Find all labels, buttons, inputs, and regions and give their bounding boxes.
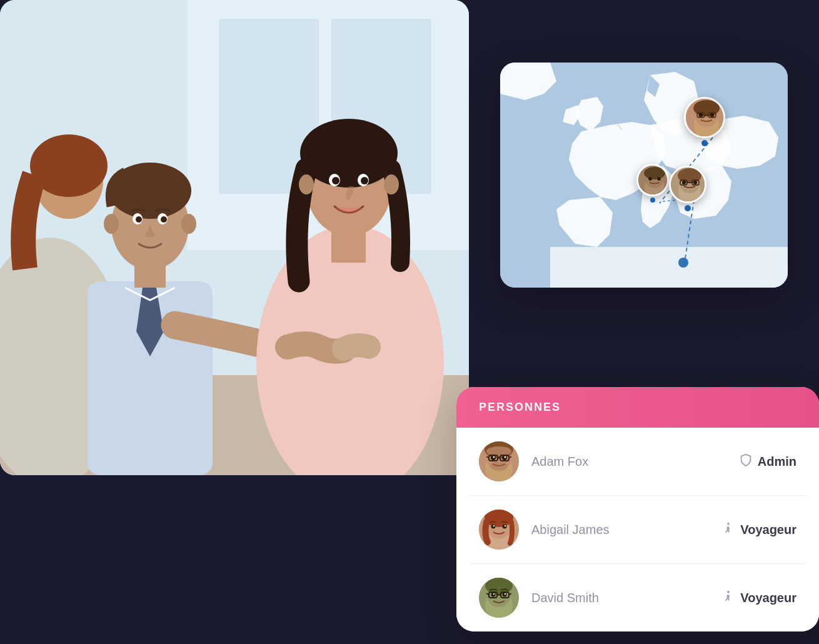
walk-icon-abigail [721,521,735,538]
person-row-adam[interactable]: Adam Fox Admin [469,428,806,496]
svg-point-81 [727,522,730,525]
svg-point-12 [104,214,119,234]
map-pin-2-dot [650,198,655,203]
person-role-area-david: Voyageur [721,590,796,606]
svg-point-54 [693,181,697,184]
svg-point-46 [644,167,665,179]
svg-point-65 [493,456,495,458]
person-role-david: Voyageur [740,591,796,605]
svg-point-52 [678,168,701,183]
svg-point-80 [505,525,506,526]
svg-point-88 [493,593,495,595]
shield-icon [739,453,753,470]
map-pin-3-avatar [669,166,706,203]
person-row-david[interactable]: David Smith Voyageur [469,564,806,631]
person-name-adam: Adam Fox [531,455,726,469]
svg-point-87 [503,593,507,597]
svg-point-79 [493,525,495,526]
map-pin-1-avatar [684,97,725,138]
svg-point-95 [727,590,730,593]
persons-header-title: PERSONNES [479,401,561,413]
map-pin-2-avatar [636,164,669,196]
person-role-area-abigail: Voyageur [721,521,796,538]
person-avatar-david [479,578,519,618]
map-card [500,63,788,288]
map-pin-3-dot [685,205,691,211]
map-pin-3 [669,166,706,211]
person-name-david: David Smith [531,591,709,605]
person-avatar-abigail [479,510,519,550]
svg-point-89 [505,593,506,595]
svg-point-26 [332,177,339,184]
persons-header: PERSONNES [456,387,819,428]
person-row-abigail[interactable]: Abigail James Voyageur [469,496,806,564]
business-photo [0,0,469,475]
svg-point-86 [491,593,496,597]
walk-icon-david [721,590,735,606]
svg-point-39 [710,113,715,118]
svg-point-13 [181,214,196,234]
person-role-adam: Admin [758,455,796,469]
svg-point-72 [490,461,508,471]
svg-point-23 [384,174,399,194]
map-pin-1 [684,97,725,146]
map-pin-2 [636,164,669,203]
person-avatar-adam [479,441,519,481]
svg-point-16 [136,216,142,223]
svg-point-48 [657,177,661,181]
svg-point-66 [505,456,506,458]
svg-point-27 [361,177,368,184]
persons-card: PERSONNES [456,387,819,631]
svg-point-17 [161,216,167,223]
person-name-abigail: Abigail James [531,523,709,537]
svg-point-47 [648,177,652,181]
person-role-abigail: Voyageur [740,523,796,537]
svg-point-22 [299,174,314,194]
map-pin-1-dot [701,140,708,146]
svg-point-77 [491,525,496,529]
svg-point-53 [682,181,686,184]
person-role-area-adam: Admin [739,453,796,470]
svg-point-33 [678,258,688,268]
svg-point-38 [699,113,703,118]
persons-list: Adam Fox Admin [456,428,819,631]
svg-point-78 [503,525,507,529]
